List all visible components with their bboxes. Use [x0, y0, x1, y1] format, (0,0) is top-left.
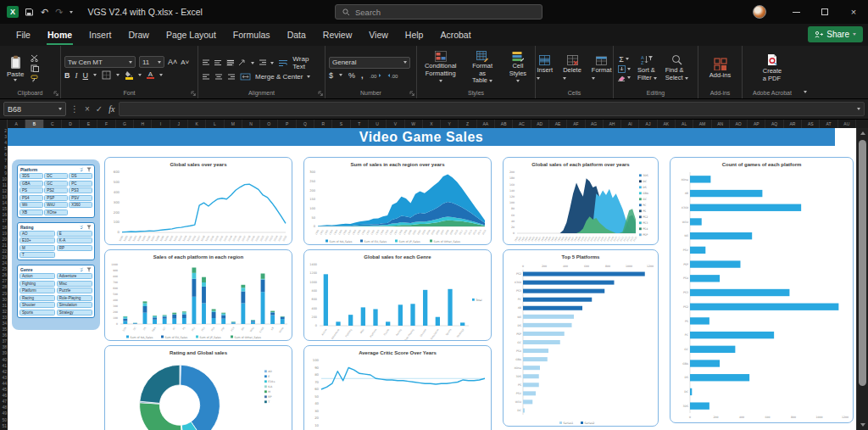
comma-format-button[interactable]: , — [361, 71, 364, 80]
wrap-text-icon[interactable] — [278, 59, 288, 67]
row-header-37[interactable]: 37 — [0, 338, 8, 344]
row-header-12[interactable]: 12 — [0, 188, 8, 194]
menu-tab-view[interactable]: View — [361, 24, 396, 46]
row-header-15[interactable]: 15 — [0, 206, 8, 212]
scrollbar-thumb[interactable] — [859, 140, 866, 386]
column-header-AE[interactable]: AE — [549, 120, 567, 128]
row-header-3[interactable]: 3 — [0, 134, 8, 140]
fill-color-icon[interactable] — [125, 70, 133, 80]
column-header-AG[interactable]: AG — [586, 120, 604, 128]
row-header-43[interactable]: 43 — [0, 375, 8, 381]
row-header-18[interactable]: 18 — [0, 225, 8, 231]
font-name-select[interactable]: Tw Cen MT — [64, 56, 136, 68]
column-header-AA[interactable]: AA — [477, 120, 495, 128]
cancel-entry-icon[interactable]: × — [85, 104, 90, 114]
format-cells-button[interactable]: Format — [590, 55, 614, 81]
column-header-J[interactable]: J — [170, 120, 188, 128]
fill-down-icon[interactable] — [618, 65, 626, 73]
column-header-Q[interactable]: Q — [297, 120, 314, 128]
menu-tab-home[interactable]: Home — [40, 24, 80, 46]
column-header-X[interactable]: X — [423, 120, 441, 128]
slicer-clear-filter-icon[interactable] — [86, 167, 92, 172]
shrink-font-icon[interactable]: A˅ — [181, 59, 189, 66]
align-center-icon[interactable] — [214, 74, 223, 81]
column-header-Z[interactable]: Z — [459, 120, 476, 128]
column-header-L[interactable]: L — [206, 120, 224, 128]
find-select-button[interactable]: Find &Select — [664, 54, 690, 81]
slicer-multiselect-icon[interactable] — [80, 267, 85, 272]
format-as-table-button[interactable]: Format asTable — [465, 51, 498, 85]
slicer-button-action[interactable]: Action — [19, 273, 55, 279]
decrease-decimal-icon[interactable]: .00 — [387, 71, 399, 80]
row-header-7[interactable]: 7 — [0, 158, 8, 164]
slicer-button-psv[interactable]: PSV — [69, 195, 92, 201]
row-header-9[interactable]: 9 — [0, 170, 8, 176]
merge-center-label[interactable]: Merge & Center — [255, 73, 303, 81]
slicer-button-gc[interactable]: GC — [44, 181, 68, 187]
copy-icon[interactable] — [31, 64, 40, 72]
slicer-button-ds[interactable]: DS — [69, 173, 92, 179]
column-header-AL[interactable]: AL — [676, 120, 693, 128]
menu-tab-formulas[interactable]: Formulas — [225, 24, 278, 46]
row-header-51[interactable]: 51 — [0, 423, 8, 429]
slicer-clear-filter-icon[interactable] — [86, 267, 92, 272]
column-header-AJ[interactable]: AJ — [639, 120, 657, 128]
menu-tab-draw[interactable]: Draw — [120, 24, 157, 46]
row-header-22[interactable]: 22 — [0, 249, 8, 254]
row-header-39[interactable]: 39 — [0, 350, 8, 356]
align-right-icon[interactable] — [227, 74, 236, 81]
row-header-30[interactable]: 30 — [0, 297, 8, 303]
slicer-button-wiiu[interactable]: WiiU — [44, 202, 68, 208]
slicer-button-ao[interactable]: AO — [19, 231, 55, 237]
row-header-31[interactable]: 31 — [0, 303, 8, 309]
create-pdf-button[interactable]: Createa PDF — [761, 53, 784, 82]
column-header-H[interactable]: H — [134, 120, 152, 128]
row-header-26[interactable]: 26 — [0, 272, 8, 278]
slicer-button-e10-[interactable]: E10+ — [19, 237, 55, 243]
column-header-AR[interactable]: AR — [784, 120, 802, 128]
slicer-button-puzzle[interactable]: Puzzle — [57, 288, 92, 293]
row-header-28[interactable]: 28 — [0, 284, 8, 290]
row-header-36[interactable]: 36 — [0, 332, 8, 338]
slicer-multiselect-icon[interactable] — [80, 167, 85, 172]
column-header-AH[interactable]: AH — [604, 120, 621, 128]
slicer-button-pc[interactable]: PC — [69, 181, 92, 187]
row-header-41[interactable]: 41 — [0, 363, 8, 369]
column-header-M[interactable]: M — [225, 120, 242, 128]
vertical-scrollbar[interactable] — [856, 128, 868, 430]
column-header-S[interactable]: S — [332, 120, 350, 128]
row-header-46[interactable]: 46 — [0, 393, 8, 399]
column-header-B[interactable]: B — [25, 120, 43, 128]
column-header-E[interactable]: E — [80, 120, 97, 128]
row-header-4[interactable]: 4 — [0, 140, 8, 146]
decrease-indent-icon[interactable] — [259, 59, 266, 66]
font-color-icon[interactable]: A — [147, 71, 154, 80]
column-header-A[interactable]: A — [8, 120, 25, 128]
sort-filter-button[interactable]: AZ Sort &Filter — [636, 54, 659, 81]
row-header-21[interactable]: 21 — [0, 243, 8, 249]
column-header-AD[interactable]: AD — [531, 120, 549, 128]
column-header-AS[interactable]: AS — [802, 120, 820, 128]
confirm-entry-icon[interactable]: ✓ — [96, 104, 103, 114]
namebox-menu-icon[interactable]: ⋮ — [70, 104, 79, 114]
select-all-corner[interactable] — [0, 120, 8, 128]
row-header-27[interactable]: 27 — [0, 278, 8, 284]
column-header-V[interactable]: V — [387, 120, 404, 128]
addins-button[interactable]: Add-ins — [708, 58, 732, 79]
maximize-button[interactable] — [810, 0, 839, 24]
menu-tab-acrobat[interactable]: Acrobat — [432, 24, 478, 46]
expand-formula-bar-icon[interactable] — [857, 108, 860, 110]
cell-styles-button[interactable]: CellStyles — [504, 51, 531, 85]
column-header-AU[interactable]: AU — [838, 120, 856, 128]
slicer-button-m[interactable]: M — [19, 245, 55, 251]
slicer-button-ps4[interactable]: PS4 — [19, 195, 43, 201]
percent-format-button[interactable]: % — [348, 71, 355, 80]
row-header-5[interactable]: 5 — [0, 146, 8, 152]
column-header-AF[interactable]: AF — [567, 120, 585, 128]
excel-logo-icon[interactable]: X — [7, 6, 19, 18]
menu-tab-page-layout[interactable]: Page Layout — [159, 24, 224, 46]
insert-cells-button[interactable]: Insert — [535, 55, 554, 81]
row-header-11[interactable]: 11 — [0, 182, 8, 188]
slicer-button-t[interactable]: T — [19, 252, 55, 258]
italic-button[interactable]: I — [75, 71, 78, 80]
